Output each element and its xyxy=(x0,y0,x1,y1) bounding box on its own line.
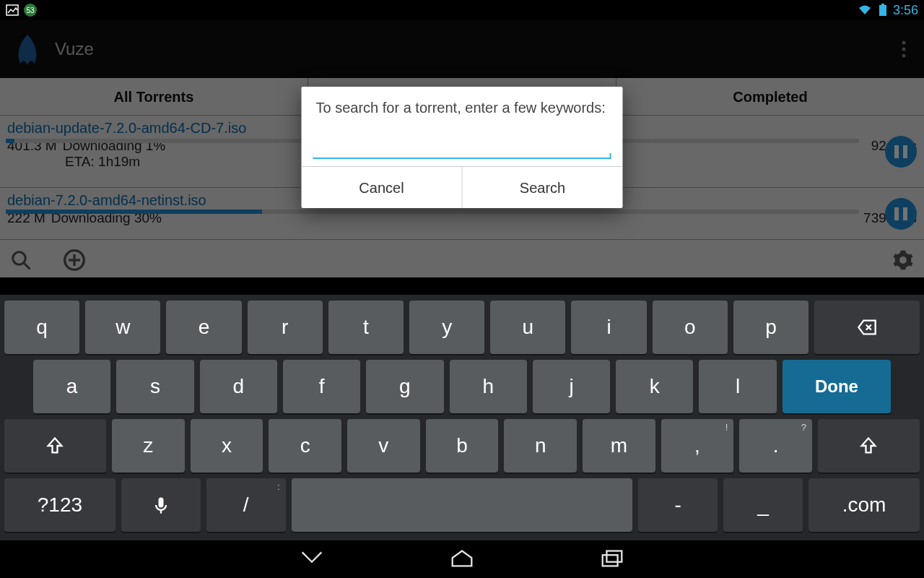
svg-rect-3 xyxy=(879,5,886,16)
key-shift-right[interactable] xyxy=(818,419,920,473)
svg-point-6 xyxy=(902,48,906,51)
key-r[interactable]: r xyxy=(248,301,323,354)
svg-rect-17 xyxy=(606,551,622,562)
key-comma[interactable]: ,! xyxy=(661,419,734,473)
key-b[interactable]: b xyxy=(426,419,499,473)
torrent-progress xyxy=(6,210,859,214)
key-period[interactable]: .? xyxy=(739,419,812,473)
svg-text:53: 53 xyxy=(26,7,35,14)
key-x[interactable]: x xyxy=(191,419,263,473)
android-nav-bar xyxy=(0,540,924,578)
pause-button[interactable] xyxy=(885,136,917,168)
nav-back-icon[interactable] xyxy=(298,547,326,571)
svg-point-7 xyxy=(902,54,906,58)
key-s[interactable]: s xyxy=(116,360,193,413)
cancel-button[interactable]: Cancel xyxy=(302,167,463,208)
search-input[interactable] xyxy=(313,135,611,159)
vuze-logo-icon xyxy=(10,32,45,66)
add-icon[interactable] xyxy=(62,248,87,272)
search-button[interactable]: Search xyxy=(463,167,623,208)
status-clock: 3:56 xyxy=(893,3,918,18)
svg-line-9 xyxy=(24,263,30,269)
key-d[interactable]: d xyxy=(200,360,277,413)
svg-rect-18 xyxy=(603,555,618,566)
key-o[interactable]: o xyxy=(653,301,728,354)
key-t[interactable]: t xyxy=(328,301,404,354)
battery-icon xyxy=(879,4,887,17)
key-h[interactable]: h xyxy=(450,360,527,413)
search-dialog: To search for a torrent, enter a few key… xyxy=(302,87,623,208)
svg-rect-15 xyxy=(158,498,163,508)
key-dotcom[interactable]: .com xyxy=(808,478,920,532)
tab-all-torrents[interactable]: All Torrents xyxy=(0,78,308,115)
key-z[interactable]: z xyxy=(112,419,185,473)
key-l[interactable]: l xyxy=(699,360,776,413)
key-j[interactable]: j xyxy=(533,360,610,413)
svg-rect-4 xyxy=(881,4,884,5)
tab-completed[interactable]: Completed xyxy=(616,78,924,115)
android-status-bar: 53 3:56 xyxy=(0,0,924,20)
key-c[interactable]: c xyxy=(269,419,341,473)
pause-button[interactable] xyxy=(885,198,917,230)
key-backspace[interactable] xyxy=(814,301,920,354)
key-shift-left[interactable] xyxy=(4,419,106,473)
dialog-title: To search for a torrent, enter a few key… xyxy=(302,87,623,122)
key-space[interactable] xyxy=(292,478,633,532)
key-underscore[interactable]: _ xyxy=(723,478,803,532)
key-k[interactable]: k xyxy=(616,360,693,413)
key-f[interactable]: f xyxy=(283,360,360,413)
key-m[interactable]: m xyxy=(583,419,655,473)
key-i[interactable]: i xyxy=(571,301,646,354)
bottom-toolbar xyxy=(0,243,924,277)
wifi-icon xyxy=(857,4,873,17)
app-title: Vuze xyxy=(55,39,894,59)
key-g[interactable]: g xyxy=(366,360,443,413)
key-p[interactable]: p xyxy=(733,301,808,354)
settings-icon[interactable] xyxy=(891,248,915,272)
key-q[interactable]: q xyxy=(4,301,79,354)
nav-home-icon[interactable] xyxy=(448,547,476,571)
nav-recent-icon[interactable] xyxy=(598,547,626,571)
key-u[interactable]: u xyxy=(490,301,565,354)
soft-keyboard: qwertyuiop asdfghjklDone zxcvbnm,!.? ?12… xyxy=(0,295,924,540)
key-v[interactable]: v xyxy=(347,419,420,473)
picture-icon xyxy=(6,4,19,17)
key-w[interactable]: w xyxy=(85,301,160,354)
key-e[interactable]: e xyxy=(166,301,241,354)
key-symbols[interactable]: ?123 xyxy=(4,478,116,532)
key-slash[interactable]: /: xyxy=(206,478,286,532)
badge-icon: 53 xyxy=(23,3,38,17)
search-icon[interactable] xyxy=(9,248,33,272)
key-done[interactable]: Done xyxy=(783,360,891,413)
key-y[interactable]: y xyxy=(409,301,484,354)
pause-icon xyxy=(892,207,910,220)
overflow-menu-icon[interactable] xyxy=(894,32,914,66)
svg-point-5 xyxy=(902,41,906,45)
key-dash[interactable]: - xyxy=(638,478,718,532)
pause-icon xyxy=(892,145,910,158)
svg-point-8 xyxy=(13,252,26,265)
key-a[interactable]: a xyxy=(33,360,110,413)
key-n[interactable]: n xyxy=(504,419,577,473)
key-mic[interactable] xyxy=(121,478,201,532)
app-action-bar: Vuze xyxy=(0,20,924,78)
